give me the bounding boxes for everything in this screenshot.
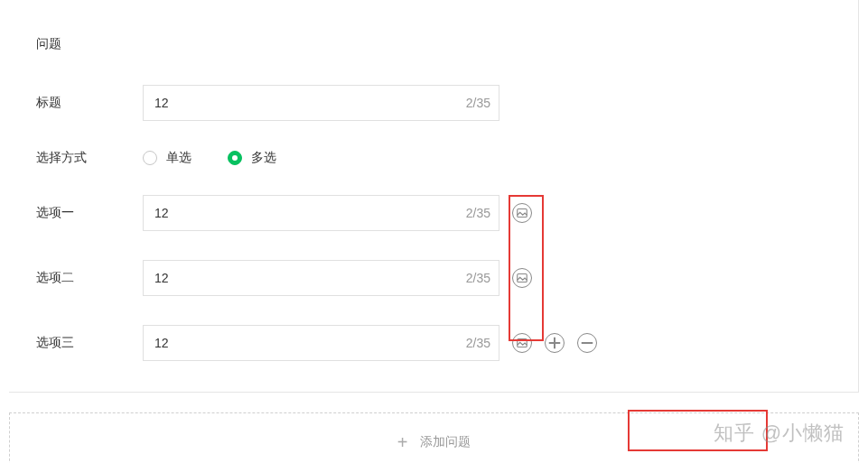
add-question-button[interactable]: + 添加问题	[365, 424, 504, 460]
title-input[interactable]	[143, 85, 499, 121]
add-option-button[interactable]	[545, 333, 565, 353]
plus-icon: +	[397, 433, 408, 451]
option3-label: 选项三	[36, 335, 143, 351]
option3-input[interactable]	[143, 325, 499, 361]
option1-label: 选项一	[36, 205, 143, 221]
title-row: 标题 2/35	[36, 85, 831, 121]
radio-multi[interactable]: 多选	[228, 150, 276, 166]
option-row: 选项二 2/35	[36, 260, 831, 296]
option2-counter: 2/35	[466, 271, 490, 285]
image-icon[interactable]	[512, 203, 532, 223]
question-heading-row: 问题	[36, 36, 831, 52]
radio-single-label: 单选	[166, 150, 191, 166]
radio-single[interactable]: 单选	[143, 150, 191, 166]
title-input-wrap: 2/35	[143, 85, 499, 121]
question-panel: 问题 标题 2/35 选择方式 单选 多选 选项一 2/35	[9, 0, 859, 393]
option2-label: 选项二	[36, 270, 143, 286]
add-question-label: 添加问题	[420, 434, 471, 450]
radio-icon	[228, 151, 242, 165]
option2-actions	[512, 268, 532, 288]
title-label: 标题	[36, 95, 143, 111]
question-label: 问题	[36, 36, 143, 52]
option1-input-wrap: 2/35	[143, 195, 499, 231]
select-mode-label: 选择方式	[36, 150, 143, 166]
radio-icon	[143, 151, 157, 165]
option3-input-wrap: 2/35	[143, 325, 499, 361]
option3-counter: 2/35	[466, 336, 490, 350]
option2-input-wrap: 2/35	[143, 260, 499, 296]
option1-actions	[512, 203, 532, 223]
option3-actions	[512, 333, 597, 353]
radio-multi-label: 多选	[251, 150, 276, 166]
select-mode-row: 选择方式 单选 多选	[36, 150, 831, 166]
add-question-panel: + 添加问题	[9, 412, 859, 463]
radio-group: 单选 多选	[143, 150, 276, 166]
option-row: 选项三 2/35	[36, 325, 831, 361]
option1-input[interactable]	[143, 195, 499, 231]
option2-input[interactable]	[143, 260, 499, 296]
option1-counter: 2/35	[466, 206, 490, 220]
image-icon[interactable]	[512, 268, 532, 288]
option-row: 选项一 2/35	[36, 195, 831, 231]
image-icon[interactable]	[512, 333, 532, 353]
title-counter: 2/35	[466, 96, 490, 110]
remove-option-button[interactable]	[577, 333, 597, 353]
